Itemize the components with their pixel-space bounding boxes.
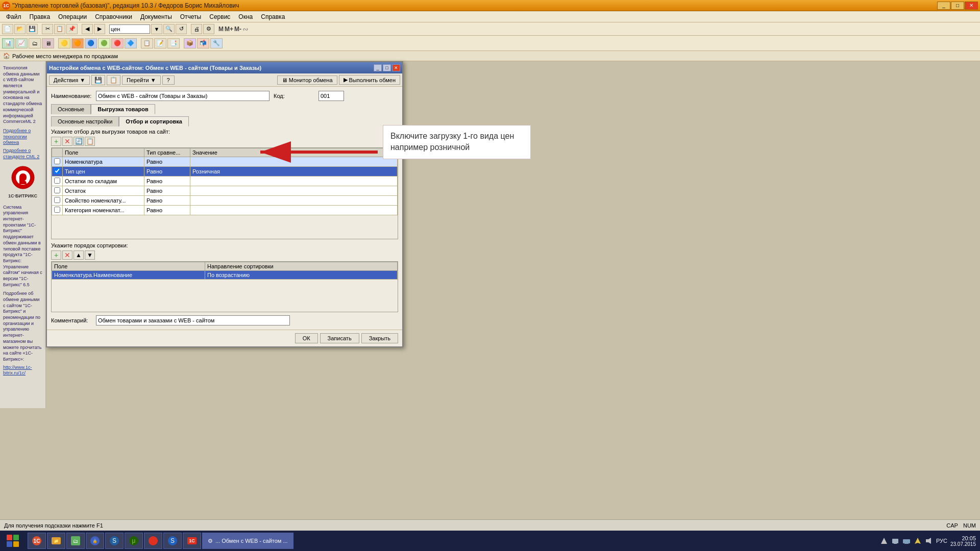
taskbar-app2[interactable]: 📁 bbox=[47, 533, 65, 549]
toolbar2-btn13[interactable]: 📑 bbox=[167, 38, 180, 48]
toolbar2-btn3[interactable]: 🗂 bbox=[29, 38, 41, 48]
toolbar2-btn10[interactable]: 🔷 bbox=[125, 38, 137, 48]
toolbar-save-btn[interactable]: 💾 bbox=[27, 24, 38, 34]
subtab-settings[interactable]: Основные настройки bbox=[51, 116, 119, 127]
filter-row-value bbox=[190, 157, 398, 167]
svg-marker-24 bbox=[881, 538, 887, 544]
toolbar-print-btn[interactable]: 🖨 bbox=[191, 24, 202, 34]
toolbar-save-icon[interactable]: 💾 bbox=[91, 75, 105, 85]
menu-service[interactable]: Сервис bbox=[205, 12, 234, 21]
search-dropdown-btn[interactable]: ▼ bbox=[151, 24, 162, 34]
toolbar2-btn9[interactable]: 🔴 bbox=[111, 38, 124, 48]
taskbar-app8[interactable]: S bbox=[163, 533, 182, 549]
filter-delete-btn[interactable]: ✕ bbox=[62, 137, 72, 146]
actions-button[interactable]: Действия ▼ bbox=[49, 76, 90, 85]
execute-button[interactable]: ▶ Выполнить обмен bbox=[339, 75, 400, 85]
monitor-button[interactable]: 🖥 Монитор обмена bbox=[277, 76, 337, 85]
minimize-button[interactable]: _ bbox=[937, 2, 950, 10]
sort-delete-btn[interactable]: ✕ bbox=[62, 251, 72, 260]
goto-label: Перейти bbox=[127, 77, 149, 83]
toolbar-forward-btn[interactable]: ▶ bbox=[94, 24, 105, 34]
sidebar-link3[interactable]: http://www.1c-bitrix.ru/1c/ bbox=[3, 365, 42, 377]
close-button[interactable]: ✕ bbox=[965, 2, 978, 10]
sort-row-direction: По возрастанию bbox=[205, 271, 398, 280]
filter-row-checkbox[interactable] bbox=[54, 178, 60, 184]
toolbar2-btn12[interactable]: 📝 bbox=[154, 38, 166, 48]
taskbar-item-exchange[interactable]: ⚙ ... Обмен с WEB - сайтом ... bbox=[202, 533, 293, 549]
taskbar-app5[interactable]: S bbox=[105, 533, 124, 549]
toolbar2-btn11[interactable]: 📋 bbox=[141, 38, 153, 48]
toolbar2-btn5[interactable]: 🟡 bbox=[58, 38, 70, 48]
menu-references[interactable]: Справочники bbox=[91, 12, 136, 21]
sidebar-link1[interactable]: Подробнее о технологии обмена bbox=[3, 128, 42, 146]
toolbar2-extra2[interactable]: 📬 bbox=[197, 38, 209, 48]
filter-row-checkbox[interactable] bbox=[54, 158, 60, 164]
toolbar-copy-btn[interactable]: 📋 bbox=[54, 24, 65, 34]
svg-text:🗂: 🗂 bbox=[73, 538, 78, 544]
menu-windows[interactable]: Окна bbox=[234, 12, 257, 21]
toolbar2-btn8[interactable]: 🟢 bbox=[98, 38, 110, 48]
toolbar-settings-btn[interactable]: ⚙ bbox=[203, 24, 214, 34]
toolbar-back-btn[interactable]: ◀ bbox=[82, 24, 93, 34]
code-input[interactable] bbox=[318, 91, 344, 101]
ok-button[interactable]: ОК bbox=[295, 333, 318, 343]
filter-copy-btn[interactable]: 📋 bbox=[85, 137, 95, 146]
menu-help[interactable]: Справка bbox=[257, 12, 289, 21]
menu-file[interactable]: Файл bbox=[2, 12, 26, 21]
start-button[interactable] bbox=[0, 531, 26, 551]
dialog-minimize-btn[interactable]: _ bbox=[374, 64, 382, 71]
toolbar-new-btn[interactable]: 📄 bbox=[2, 24, 13, 34]
tab-export[interactable]: Выгрузка товаров bbox=[91, 104, 155, 114]
close-dialog-button[interactable]: Закрыть bbox=[361, 333, 398, 343]
menu-documents[interactable]: Документы bbox=[136, 12, 176, 21]
filter-row-checkbox[interactable] bbox=[54, 197, 60, 203]
tab-basic[interactable]: Основные bbox=[51, 104, 91, 114]
toolbar2-extra[interactable]: 📦 bbox=[184, 38, 196, 48]
search-input[interactable] bbox=[109, 24, 150, 34]
search-go-btn[interactable]: 🔍 bbox=[163, 24, 175, 34]
sidebar-link2[interactable]: Подробнее о стандарте CML 2 bbox=[3, 148, 42, 160]
save-record-button[interactable]: Записать bbox=[320, 333, 359, 343]
menu-reports[interactable]: Отчеты bbox=[176, 12, 205, 21]
filter-row-checkbox[interactable] bbox=[54, 207, 60, 213]
annotation-box: Включите загрузку 1-го вида цен например… bbox=[383, 125, 531, 159]
help-button[interactable]: ? bbox=[162, 76, 175, 85]
sort-up-btn[interactable]: ▲ bbox=[74, 251, 84, 260]
toolbar2-btn2[interactable]: 📈 bbox=[15, 38, 28, 48]
toolbar2-extra3[interactable]: 🔧 bbox=[210, 38, 223, 48]
taskbar-app7[interactable] bbox=[144, 533, 162, 549]
subtab-filter[interactable]: Отбор и сортировка bbox=[119, 116, 188, 127]
sort-down-btn[interactable]: ▼ bbox=[85, 251, 95, 260]
sort-col-direction: Направление сортировки bbox=[205, 262, 398, 271]
sort-add-btn[interactable]: + bbox=[51, 251, 61, 260]
comment-input[interactable] bbox=[96, 315, 290, 325]
filter-row-checkbox[interactable] bbox=[54, 187, 60, 193]
taskbar-app6[interactable]: μ bbox=[125, 533, 143, 549]
toolbar2-btn1[interactable]: 📊 bbox=[2, 38, 14, 48]
toolbar2-btn7[interactable]: 🔵 bbox=[85, 38, 97, 48]
toolbar-paste-btn[interactable]: 📌 bbox=[66, 24, 78, 34]
toolbar2-btn6[interactable]: 🟠 bbox=[71, 38, 84, 48]
toolbar-refresh-btn[interactable]: ↺ bbox=[176, 24, 187, 34]
menu-operations[interactable]: Операции bbox=[54, 12, 91, 21]
maximize-button[interactable]: □ bbox=[951, 2, 964, 10]
taskbar-app9[interactable]: 1С bbox=[183, 533, 201, 549]
toolbar-copy2-icon[interactable]: 📋 bbox=[107, 75, 120, 85]
toolbar2-btn4[interactable]: 🖥 bbox=[42, 38, 54, 48]
name-input[interactable] bbox=[96, 91, 270, 101]
taskbar-app1[interactable]: 1C bbox=[28, 533, 46, 549]
taskbar-app3[interactable]: 🗂 bbox=[66, 533, 85, 549]
filter-clear-btn[interactable]: 🔄 bbox=[74, 137, 84, 146]
sidebar-tech-text: Технология обмена данными с WEB-сайтом я… bbox=[3, 65, 42, 125]
taskbar-app4[interactable]: 🔒 bbox=[86, 533, 104, 549]
app-icon: 1C bbox=[2, 2, 10, 10]
toolbar-cut-btn[interactable]: ✂ bbox=[42, 24, 53, 34]
goto-button[interactable]: Перейти ▼ bbox=[122, 76, 160, 85]
dialog-maximize-btn[interactable]: □ bbox=[383, 64, 391, 71]
filter-row-compare: Равно bbox=[144, 157, 190, 167]
filter-add-btn[interactable]: + bbox=[51, 137, 61, 146]
menu-edit[interactable]: Правка bbox=[26, 12, 55, 21]
toolbar-open-btn[interactable]: 📂 bbox=[14, 24, 26, 34]
dialog-close-btn[interactable]: ✕ bbox=[392, 64, 400, 71]
filter-row-checkbox[interactable] bbox=[54, 168, 60, 174]
